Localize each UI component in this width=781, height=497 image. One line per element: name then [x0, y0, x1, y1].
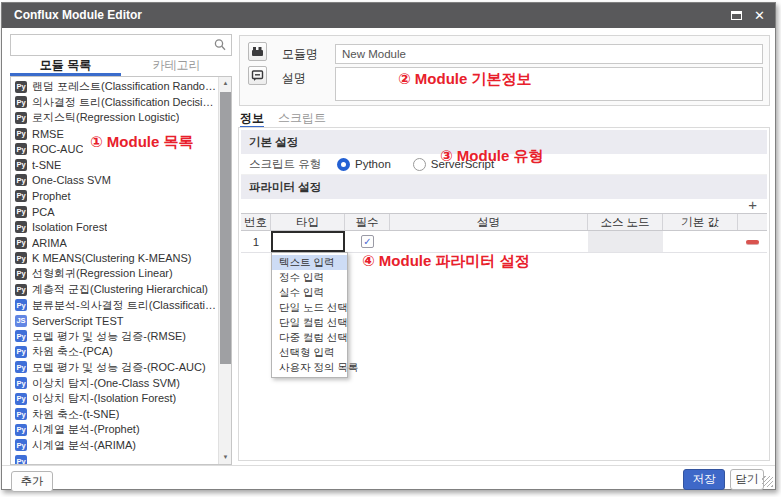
dropdown-option[interactable]: 텍스트 입력 [272, 255, 347, 270]
python-icon: Py [15, 143, 27, 155]
close-icon[interactable]: ✕ [754, 3, 765, 28]
type-dropdown: 텍스트 입력정수 입력실수 입력단일 노드 선택단일 컬럼 선택다중 컬럼 선택… [271, 252, 348, 378]
module-name-label: 모듈명 [282, 46, 318, 63]
list-item[interactable]: Py이상치 탐지-(Isolation Forest) [11, 391, 218, 407]
tab-script[interactable]: 스크립트 [278, 111, 326, 128]
module-label: ROC-AUC [32, 143, 83, 155]
table-row[interactable]: 1 [241, 231, 767, 253]
column-header: 타입 [271, 214, 345, 230]
column-header [738, 214, 767, 230]
module-label: Prophet [32, 190, 71, 202]
list-item[interactable]: Py모델 평가 및 성능 검증-(RMSE) [11, 329, 218, 345]
title-bar[interactable]: Conflux Module Editor ✕ [2, 3, 775, 28]
python-icon: Py [15, 377, 27, 389]
list-item[interactable]: PyOne-Class SVM [11, 173, 218, 189]
python-icon: Py [15, 96, 27, 108]
description-comment-icon[interactable] [248, 66, 267, 85]
python-option-label: Python [355, 158, 391, 170]
dropdown-option[interactable]: 사용자 정의 목록 [272, 360, 347, 375]
dropdown-option[interactable]: 실수 입력 [272, 285, 347, 300]
required-checkbox[interactable] [361, 235, 374, 248]
dropdown-option[interactable]: 단일 컬럼 선택 [272, 315, 347, 330]
list-item[interactable]: Py모델 평가 및 성능 검증-(ROC-AUC) [11, 360, 218, 376]
python-icon: Py [15, 299, 27, 311]
dropdown-option[interactable]: 선택형 입력 [272, 345, 347, 360]
module-label: 선형회귀(Regression Linear) [32, 266, 173, 281]
resize-grip[interactable] [762, 476, 773, 487]
module-label: 시계열 분석-(Prophet) [32, 422, 140, 437]
python-icon: Py [15, 112, 27, 124]
dropdown-option[interactable]: 단일 노드 선택 [272, 300, 347, 315]
module-label: K MEANS(Clustering K-MEANS) [32, 252, 192, 264]
list-item[interactable]: PyProphet [11, 188, 218, 204]
scroll-up-icon[interactable]: ▲ [219, 77, 232, 90]
left-tabs: 모듈 목록 카테고리 [10, 57, 232, 76]
annotation-module-basic-info: ② Module 기본정보 [398, 70, 532, 89]
parameter-table: 번호타입필수설명소스 노드기본 값 1 [241, 213, 767, 253]
tab-category[interactable]: 카테고리 [121, 57, 232, 76]
tab-info[interactable]: 정보 [240, 111, 264, 128]
list-item[interactable]: Py차원 축소-(t-SNE) [11, 406, 218, 422]
list-scrollbar[interactable]: ▲ ▼ [218, 77, 231, 464]
remove-row-icon[interactable] [746, 240, 759, 244]
close-button[interactable]: 닫기 [730, 469, 764, 490]
list-item[interactable]: Py의사결정 트리(Classification Decision Tree) [11, 95, 218, 111]
cell-description[interactable] [390, 231, 588, 252]
radio-unselected-icon[interactable] [413, 158, 426, 171]
list-item[interactable]: PyARIMA [11, 235, 218, 251]
python-icon: Py [15, 237, 27, 249]
module-label: 차원 축소-(t-SNE) [32, 407, 119, 422]
list-item[interactable]: PyK MEANS(Clustering K-MEANS) [11, 251, 218, 267]
list-item[interactable]: Py계층적 군집(Clustering Hierarchical) [11, 282, 218, 298]
parameter-settings-header: 파라미터 설정 [241, 175, 767, 199]
list-item[interactable]: Py랜덤 포레스트(Classification Random Forest) [11, 79, 218, 95]
tab-module-list[interactable]: 모듈 목록 [10, 57, 121, 76]
list-item[interactable]: Py시계열 분석-(ARIMA) [11, 438, 218, 454]
cell-actions [738, 231, 767, 252]
dropdown-option[interactable]: 정수 입력 [272, 270, 347, 285]
module-label: One-Class SVM [32, 174, 111, 186]
module-label: 분류분석-의사결정 트리(Classification Decision... [32, 298, 218, 313]
add-module-button[interactable]: 추가 [11, 471, 53, 492]
column-header: 소스 노드 [588, 214, 663, 230]
dialog-title: Conflux Module Editor [14, 3, 142, 28]
list-item[interactable]: Py차원 축소-(PCA) [11, 344, 218, 360]
list-item[interactable]: PyPCA [11, 204, 218, 220]
radio-option-python[interactable]: Python [337, 158, 391, 171]
module-name-input[interactable] [335, 44, 763, 64]
scroll-down-icon[interactable]: ▼ [219, 451, 232, 464]
parameter-toolbar: + [241, 199, 767, 213]
search-input[interactable] [15, 36, 210, 54]
radio-selected-icon[interactable] [337, 158, 350, 171]
footer-divider [2, 465, 775, 466]
python-icon: Py [15, 81, 27, 93]
list-item[interactable]: JSServerScript TEST [11, 313, 218, 329]
cell-number: 1 [241, 231, 271, 252]
list-item[interactable]: Py로지스틱(Regression Logistic) [11, 110, 218, 126]
module-label: t-SNE [32, 159, 61, 171]
python-icon: Py [15, 330, 27, 342]
list-item[interactable]: Py분류분석-의사결정 트리(Classification Decision..… [11, 297, 218, 313]
list-item[interactable]: Py시계열 분석-(Prophet) [11, 422, 218, 438]
list-item[interactable]: Py선형회귀(Regression Linear) [11, 266, 218, 282]
dropdown-option[interactable]: 다중 컬럼 선택 [272, 330, 347, 345]
module-label: 시계열 분석-(ARIMA) [32, 438, 136, 453]
list-item[interactable]: Pyt-SNE [11, 157, 218, 173]
maximize-icon[interactable] [731, 11, 742, 20]
list-item[interactable]: Py이상치 탐지-(One-Class SVM) [11, 375, 218, 391]
cell-default-value[interactable] [663, 231, 738, 252]
save-button[interactable]: 저장 [683, 469, 725, 490]
scrollbar-thumb[interactable] [220, 92, 231, 364]
description-label: 설명 [282, 70, 306, 87]
list-item[interactable]: Py [11, 453, 218, 464]
cell-type-input[interactable] [271, 231, 345, 252]
python-icon: Py [15, 424, 27, 436]
add-parameter-icon[interactable]: + [748, 197, 757, 212]
column-header: 기본 값 [663, 214, 738, 230]
python-icon: Py [15, 346, 27, 358]
annotation-module-parameter: ④ Module 파라미터 설정 [362, 252, 530, 271]
search-icon[interactable] [214, 38, 226, 56]
python-icon: Py [15, 455, 27, 464]
list-item[interactable]: PyIsolation Forest [11, 219, 218, 235]
module-brick-icon[interactable] [248, 42, 267, 61]
